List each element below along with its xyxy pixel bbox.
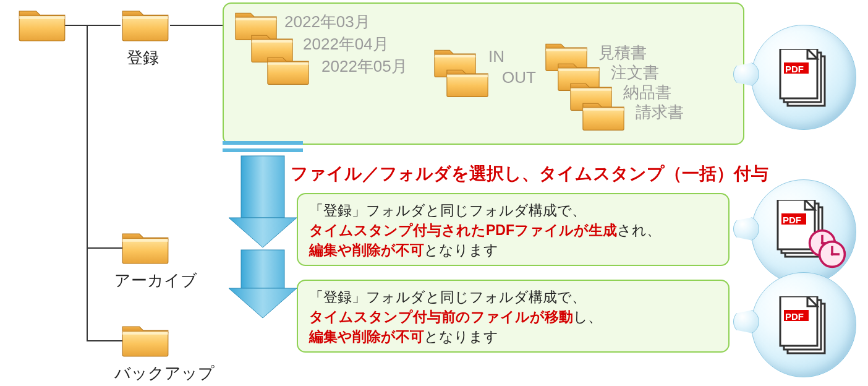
text: となります [424,328,498,345]
archive-label: アーカイブ [114,270,197,291]
text-red: タイムスタンプ付与前のファイルが移動 [309,309,573,325]
doctype-folder-icon [581,99,626,132]
svg-marker-13 [229,218,297,247]
svg-rect-11 [223,148,303,152]
pdf-badge: PDF [783,215,801,225]
backup-label: バックアップ [114,362,215,384]
doctype-label: 注文書 [611,62,659,84]
svg-rect-14 [241,250,284,288]
connector [87,247,124,249]
pdf-stack-icon: PDF [778,296,832,361]
backup-desc: 「登録」フォルダと同じフォルダ構成で、 タイムスタンプ付与前のファイルが移動し、… [309,287,717,347]
connector [87,340,124,341]
connector [87,25,88,340]
text: し、 [573,309,602,325]
root-folder-icon [17,6,67,43]
text: され、 [617,222,661,238]
text: 「登録」フォルダと同じフォルダ構成で、 [309,202,586,218]
month-folder-icon [266,53,310,87]
doctype-label: 見積書 [598,42,647,64]
month-label: 2022年03月 [284,11,370,33]
text-red: 編集や削除が不可 [309,328,424,345]
month-label: 2022年04月 [303,33,389,55]
register-folder-icon [121,6,170,43]
archive-desc: 「登録」フォルダと同じフォルダ構成で、 タイムスタンプ付与されたPDFファイルが… [309,200,717,260]
pdf-badge: PDF [785,64,804,74]
text: 「登録」フォルダと同じフォルダ構成で、 [309,289,586,305]
doctype-label: 納品書 [623,82,671,103]
out-label: OUT [502,68,536,87]
backup-panel: 「登録」フォルダと同じフォルダ構成で、 タイムスタンプ付与前のファイルが移動し、… [297,280,730,353]
svg-rect-12 [241,156,284,218]
month-label: 2022年05月 [321,56,407,77]
text-red: タイムスタンプ付与されたPDFファイルが生成 [309,222,617,238]
action-title: ファイル／フォルダを選択し、タイムスタンプ（一括）付与 [291,162,768,186]
in-label: IN [488,47,504,66]
svg-marker-15 [229,288,297,318]
text-red: 編集や削除が不可 [309,242,424,258]
archive-folder-icon [121,229,170,266]
pdf-badge: PDF [785,311,804,322]
pdf-timestamped-bubble: PDF [751,179,856,285]
inout-folder-icon [445,66,490,99]
backup-folder-icon [121,322,170,359]
doctype-label: 請求書 [636,101,684,123]
pdf-bubble: PDF [751,25,856,130]
pdf-bubble: PDF [751,272,856,377]
pdf-stack-icon: PDF [778,49,832,113]
register-label: 登録 [127,47,159,69]
text: となります [424,242,498,258]
archive-panel: 「登録」フォルダと同じフォルダ構成で、 タイムスタンプ付与されたPDFファイルが… [297,193,730,266]
clock-icon [817,239,847,272]
svg-rect-10 [223,141,303,145]
